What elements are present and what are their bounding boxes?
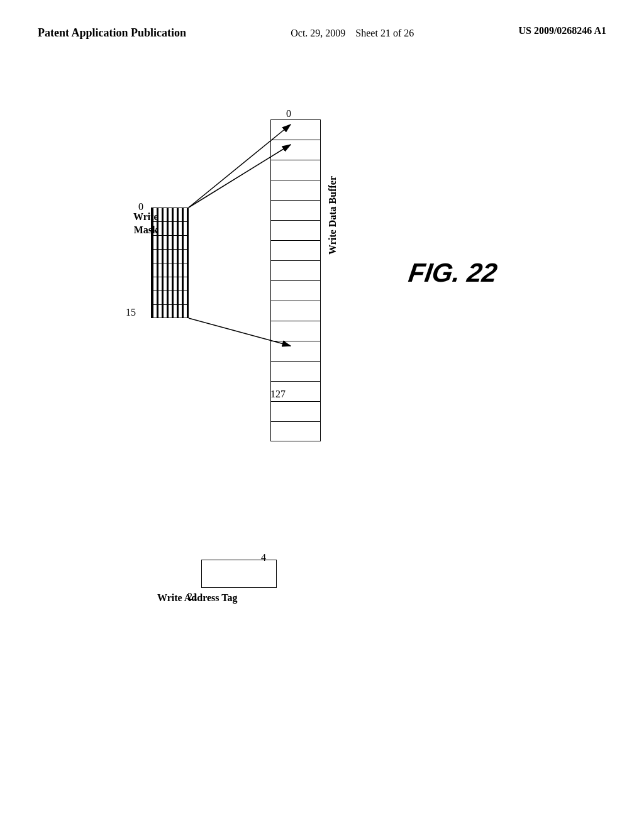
wdb-cell-4 [270,200,321,220]
wm-cell-2 [151,235,189,249]
publication-date: Oct. 29, 2009 [291,28,345,38]
publication-number: US 2009/0268246 A1 [518,25,606,36]
wdb-cell-9 [270,301,321,321]
wdb-cell-12 [270,361,321,381]
publication-date-sheet: Oct. 29, 2009 Sheet 21 of 26 [291,25,414,42]
wm-index-top: 0 [138,201,143,213]
write-address-tag [201,560,277,588]
wdb-cell-7 [270,260,321,280]
sheet-number: Sheet 21 of 26 [355,28,414,38]
wm-cell-7 [151,304,189,318]
wdb-cell-2 [270,160,321,180]
diagram-area: 0 127 Write Data Buffer Write Mask 0 15 [0,82,644,830]
wdb-label: Write Data Buffer [327,176,338,255]
wdb-index-bottom: 127 [270,389,286,400]
publication-title: Patent Application Publication [38,25,186,41]
page-header: Patent Application Publication Oct. 29, … [0,25,644,42]
wdb-cell-3 [270,180,321,200]
wdb-cell-11 [270,341,321,361]
wdb-cell-1 [270,140,321,160]
wm-cell-5 [151,277,189,290]
wdb-cell-0 [270,119,321,140]
wat-cell [201,560,277,588]
fig-label: FIG. 22 [407,258,499,288]
wdb-cell-6 [270,240,321,260]
diagram-svg [0,82,644,459]
wdb-cell-15 [270,421,321,441]
wat-index-top: 4 [261,552,266,563]
wm-cell-4 [151,263,189,277]
wdb-cell-10 [270,321,321,341]
wdb-cell-14 [270,401,321,421]
wm-label: Write Mask [133,211,158,237]
wm-cell-3 [151,249,189,263]
wat-index-bottom: 21 [187,591,197,602]
wdb-cell-8 [270,280,321,301]
wm-cell-6 [151,290,189,304]
wdb-cell-5 [270,220,321,240]
wm-index-bottom: 15 [126,307,136,318]
wdb-index-top: 0 [286,108,291,119]
